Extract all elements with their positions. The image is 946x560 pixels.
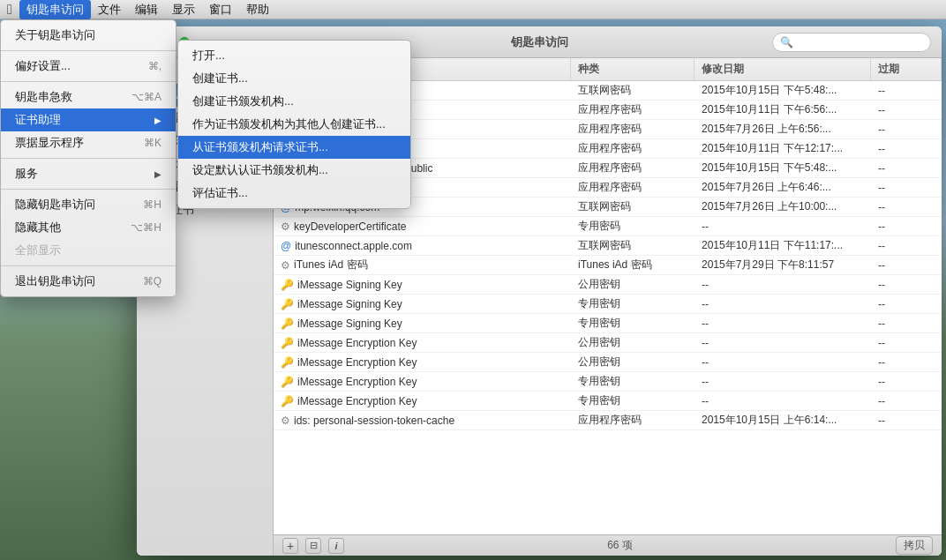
row-icon: 🔑 [281,337,294,349]
row-icon: ⚙ [281,220,290,233]
menu-preferences[interactable]: 偏好设置... ⌘, [1,55,176,78]
submenu-create-ca[interactable]: 创建证书颁发机构... [178,90,410,113]
cell-type: 应用程序密码 [571,139,694,158]
cell-type: 公用密钥 [571,275,694,294]
menu-sep-3 [1,158,176,159]
table-row[interactable]: 🔑 iMessage Signing Key 专用密钥 -- -- [274,295,942,314]
cell-type: 互联网密码 [571,236,694,255]
cell-name: ⚙ keyDeveloperCertificate [274,217,571,235]
table-row[interactable]: ⚙ ids: personal-session-token-cache 应用程序… [274,411,942,430]
cell-date: 2015年10月11日 下午12:17:... [694,139,871,158]
cell-expire: -- [871,198,942,216]
cell-type: 应用程序密码 [571,178,694,197]
menubar-display[interactable]: 显示 [165,0,202,19]
search-icon: 🔍 [780,36,793,49]
menu-show-all[interactable]: 全部显示 [1,239,176,262]
cell-date: 2015年7月29日 下午8:11:57 [694,256,871,274]
menu-cert-assistant[interactable]: 证书助理 ▶ [1,108,176,131]
search-box[interactable]: 🔍 [772,33,931,52]
cell-date: -- [694,275,871,294]
submenu-create-cert[interactable]: 创建证书... [178,67,410,90]
table-row[interactable]: 🔑 iMessage Signing Key 专用密钥 -- -- [274,314,942,333]
cell-date: 2015年7月26日 上午6:46:... [694,178,871,197]
submenu-create-for-others[interactable]: 作为证书颁发机构为其他人创建证书... [178,113,410,136]
menu-sep-2 [1,81,176,82]
col-type[interactable]: 种类 [571,58,694,80]
app-menu-dropdown: 关于钥匙串访问 偏好设置... ⌘, 钥匙串急救 ⌥⌘A 证书助理 ▶ 票据显示… [0,19,176,297]
cell-type: 应用程序密码 [571,120,694,138]
col-date[interactable]: 修改日期 [694,58,871,80]
cell-name: 🔑 iMessage Signing Key [274,295,571,313]
table-row[interactable]: 🔑 iMessage Encryption Key 公用密钥 -- -- [274,333,942,353]
cell-date: -- [694,295,871,313]
row-icon: 🔑 [281,279,294,291]
table-row[interactable]: 🔑 iMessage Encryption Key 专用密钥 -- -- [274,372,942,392]
menu-ticket-viewer[interactable]: 票据显示程序 ⌘K [1,131,176,154]
cell-expire: -- [871,314,942,332]
menubar-edit[interactable]: 编辑 [128,0,165,19]
cell-expire: -- [871,411,942,429]
cell-expire: -- [871,372,942,391]
table-row[interactable]: 🔑 iMessage Encryption Key 公用密钥 -- -- [274,353,942,372]
submenu-open[interactable]: 打开... [178,44,410,67]
row-icon: 🔑 [281,376,294,388]
table-row[interactable]: ⚙ keyDeveloperCertificate 专用密码 -- -- [274,217,942,236]
submenu-set-default-ca[interactable]: 设定默认认证书颁发机构... [178,159,410,182]
menu-sep-1 [1,50,176,51]
row-icon: 🔑 [281,317,294,330]
menu-hide-others[interactable]: 隐藏其他 ⌥⌘H [1,216,176,239]
submenu-request-from-ca[interactable]: 从证书颁发机构请求证书... [178,136,410,159]
cert-assistant-submenu: 打开... 创建证书... 创建证书颁发机构... 作为证书颁发机构为其他人创建… [177,40,411,209]
row-icon: @ [281,240,291,252]
menu-services[interactable]: 服务 ▶ [1,162,176,185]
cell-expire: -- [871,178,942,197]
cell-name: 🔑 iMessage Signing Key [274,314,571,332]
menubar:  钥匙串访问 文件 编辑 显示 窗口 帮助 [0,0,946,19]
menu-quit[interactable]: 退出钥匙串访问 ⌘Q [1,270,176,293]
cell-expire: -- [871,236,942,255]
table-row[interactable]: 🔑 iMessage Signing Key 公用密钥 -- -- [274,275,942,295]
menu-keychain-rescue[interactable]: 钥匙串急救 ⌥⌘A [1,86,176,108]
col-expire[interactable]: 过期 [871,58,942,80]
cell-type: 专用密钥 [571,295,694,313]
apple-menu[interactable]:  [7,2,12,18]
table-row[interactable]: 🔑 iMessage Encryption Key 专用密钥 -- -- [274,392,942,411]
cell-date: 2015年10月15日 上午6:14:... [694,411,871,429]
cell-expire: -- [871,217,942,235]
cell-date: -- [694,314,871,332]
menu-sep-5 [1,265,176,266]
menubar-file[interactable]: 文件 [91,0,128,19]
info-button[interactable]: i [328,538,344,554]
search-input[interactable] [797,36,923,49]
cell-name: 🔑 iMessage Encryption Key [274,353,571,371]
cell-expire: -- [871,392,942,410]
cell-date: 2015年10月11日 下午11:17:... [694,236,871,255]
remove-button[interactable]: ⊟ [305,538,321,554]
cell-expire: -- [871,159,942,177]
cell-expire: -- [871,256,942,274]
menu-hide-app[interactable]: 隐藏钥匙串访问 ⌘H [1,193,176,216]
menubar-app[interactable]: 钥匙串访问 [19,0,91,19]
menubar-window[interactable]: 窗口 [202,0,239,19]
cell-type: 专用密钥 [571,372,694,391]
cell-expire: -- [871,81,942,100]
menubar-help[interactable]: 帮助 [239,0,276,19]
table-row[interactable]: @ itunesconnect.apple.com 互联网密码 2015年10月… [274,236,942,256]
cell-date: -- [694,372,871,391]
submenu-evaluate-cert[interactable]: 评估证书... [178,182,410,205]
cell-date: 2015年10月15日 下午5:48:... [694,159,871,177]
item-count: 66 项 [351,538,889,553]
cell-name: 🔑 iMessage Encryption Key [274,372,571,391]
cell-date: 2015年10月15日 下午5:48:... [694,81,871,100]
menu-about[interactable]: 关于钥匙串访问 [1,24,176,47]
cell-date: -- [694,353,871,371]
cell-expire: -- [871,139,942,158]
table-row[interactable]: ⚙ iTunes iAd 密码 iTunes iAd 密码 2015年7月29日… [274,256,942,275]
cell-expire: -- [871,353,942,371]
add-button[interactable]: + [282,538,298,554]
copy-button[interactable]: 拷贝 [896,536,933,555]
cell-type: 专用密钥 [571,314,694,332]
cell-date: 2015年7月26日 上午6:56:... [694,120,871,138]
cell-type: 互联网密码 [571,81,694,100]
row-icon: 🔑 [281,395,294,407]
